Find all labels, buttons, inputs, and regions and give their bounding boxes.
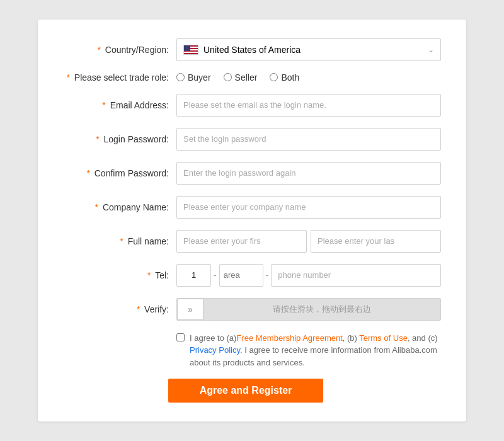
last-name-input[interactable] [311,230,441,253]
country-row: * Country/Region: United States of Ameri… [50,38,441,61]
required-star: * [66,72,69,83]
trade-role-seller[interactable]: Seller [224,72,258,83]
verify-group: » 请按住滑块，拖动到最右边 [176,298,441,321]
verify-label: * Verify: [50,304,176,314]
agreement-checkbox[interactable] [176,333,185,341]
trade-role-row: * Please select trade role: Buyer Seller… [50,72,441,83]
register-row: Agree and Register [50,379,441,403]
us-flag-icon [183,45,198,55]
company-name-label: * Company Name: [50,202,176,212]
country-select[interactable]: United States of America ⌄ [176,38,441,61]
required-star: * [97,45,100,55]
password-input[interactable] [176,128,441,151]
company-name-input[interactable] [176,196,441,219]
tel-row: * Tel: - - [50,264,441,287]
trade-role-group: Buyer Seller Both [176,72,441,83]
registration-form: * Country/Region: United States of Ameri… [38,20,466,422]
tel-group: - - [176,264,441,287]
chevron-down-icon: ⌄ [428,45,434,54]
agreement-row: I agree to (a)Free Membership Agreement,… [176,332,441,369]
email-row: * Email Address: [50,94,441,117]
register-button[interactable]: Agree and Register [168,379,324,403]
seller-radio[interactable] [224,73,232,81]
verify-row: * Verify: » 请按住滑块，拖动到最右边 [50,298,441,321]
email-input[interactable] [176,94,441,117]
full-name-label: * Full name: [50,236,176,246]
verify-slider[interactable]: » 请按住滑块，拖动到最右边 [176,298,441,321]
slider-arrows-icon: » [188,304,193,314]
tel-label: * Tel: [50,270,176,280]
both-radio[interactable] [270,73,278,81]
tel-number-input[interactable] [271,264,441,287]
agreement-text: I agree to (a)Free Membership Agreement,… [190,332,441,369]
trade-role-label: * Please select trade role: [50,72,176,83]
verify-handle[interactable]: » [177,299,203,320]
email-label: * Email Address: [50,100,176,110]
country-label: * Country/Region: [50,45,176,55]
name-group [176,230,441,253]
tel-country-input[interactable] [176,264,211,287]
free-membership-link[interactable]: Free Membership Agreement [236,333,342,343]
privacy-policy-link[interactable]: Privacy Policy [190,345,240,355]
terms-of-use-link[interactable]: Terms of Use [359,333,408,343]
confirm-password-label: * Confirm Password: [50,168,176,178]
full-name-row: * Full name: [50,230,441,253]
buyer-radio[interactable] [176,73,185,81]
confirm-password-row: * Confirm Password: [50,162,441,185]
trade-role-buyer[interactable]: Buyer [176,72,211,83]
company-name-row: * Company Name: [50,196,441,219]
tel-separator-2: - [263,270,272,280]
password-row: * Login Password: [50,128,441,151]
tel-separator-1: - [211,270,219,280]
confirm-password-input[interactable] [176,162,441,185]
trade-role-both[interactable]: Both [270,72,299,83]
tel-area-input[interactable] [219,264,263,287]
first-name-input[interactable] [176,230,307,253]
verify-prompt-text: 请按住滑块，拖动到最右边 [203,304,440,315]
password-label: * Login Password: [50,134,176,144]
